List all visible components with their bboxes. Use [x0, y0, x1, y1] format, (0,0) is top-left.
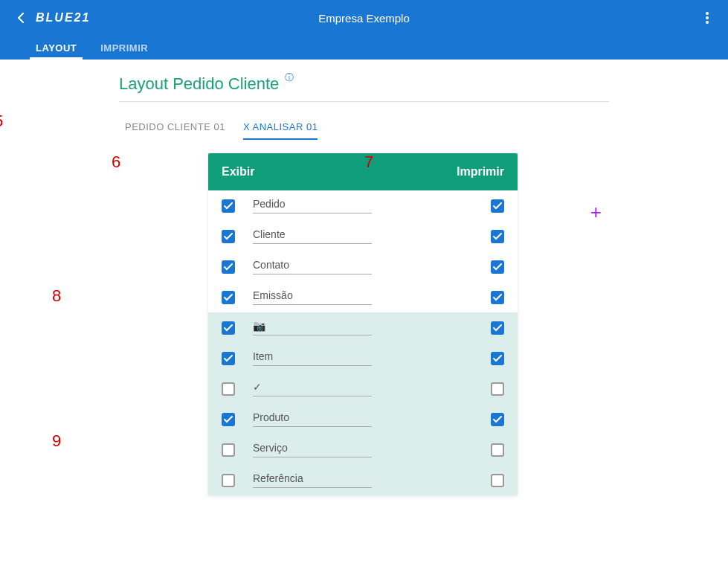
exibir-checkbox[interactable]	[222, 199, 235, 213]
field-label[interactable]: 📷	[253, 320, 372, 335]
field-label[interactable]: Cliente	[253, 228, 372, 244]
panel-header: Exibir Imprimir	[208, 153, 518, 190]
imprimir-checkbox[interactable]	[491, 352, 504, 365]
col-imprimir: Imprimir	[457, 165, 504, 179]
content: 4 5 6 7 8 9 Layout Pedido Cliente ⓘ PEDI…	[0, 60, 728, 495]
field-label[interactable]: Referência	[253, 472, 372, 488]
header-tabs: LAYOUT IMPRIMIR	[0, 36, 728, 60]
exibir-checkbox[interactable]	[222, 230, 235, 243]
field-label[interactable]: Item	[253, 350, 372, 366]
annotation-5: 5	[0, 112, 3, 131]
subtab-pedido-cliente-01[interactable]: PEDIDO CLIENTE 01	[125, 117, 225, 140]
subtabs: PEDIDO CLIENTE 01 X ANALISAR 01	[125, 117, 609, 140]
tab-layout[interactable]: LAYOUT	[24, 36, 88, 60]
exibir-checkbox[interactable]	[222, 413, 235, 426]
annotation-9: 9	[52, 431, 61, 451]
menu-button[interactable]	[698, 9, 716, 27]
svg-point-0	[706, 12, 709, 15]
annotation-6: 6	[112, 152, 120, 172]
exibir-checkbox[interactable]	[222, 321, 235, 335]
imprimir-checkbox[interactable]	[491, 230, 504, 243]
field-label[interactable]: Produto	[253, 411, 372, 427]
panel-section: 📷Item✓ProdutoServiçoReferência	[208, 312, 518, 495]
app-header: BLUE21 Empresa Exemplo LAYOUT IMPRIMIR	[0, 0, 728, 60]
field-label[interactable]: Pedido	[253, 198, 372, 213]
field-row: Item	[208, 343, 518, 373]
logo: BLUE21	[36, 11, 90, 25]
imprimir-checkbox[interactable]	[491, 443, 504, 457]
tab-imprimir[interactable]: IMPRIMIR	[88, 36, 160, 60]
field-label[interactable]: Emissão	[253, 289, 372, 305]
imprimir-checkbox[interactable]	[491, 260, 504, 274]
add-button[interactable]: +	[590, 201, 602, 224]
company-title: Empresa Exemplo	[318, 12, 410, 25]
imprimir-checkbox[interactable]	[491, 199, 504, 213]
back-button[interactable]	[12, 9, 30, 27]
exibir-checkbox[interactable]	[222, 474, 235, 487]
field-label[interactable]: Serviço	[253, 442, 372, 457]
exibir-checkbox[interactable]	[222, 382, 235, 396]
imprimir-checkbox[interactable]	[491, 321, 504, 335]
page-title-row: Layout Pedido Cliente ⓘ	[119, 74, 609, 102]
exibir-checkbox[interactable]	[222, 260, 235, 274]
field-row: 📷	[208, 312, 518, 343]
imprimir-checkbox[interactable]	[491, 382, 504, 396]
svg-point-1	[706, 16, 709, 19]
imprimir-checkbox[interactable]	[491, 291, 504, 304]
col-exibir: Exibir	[222, 165, 254, 179]
annotation-8: 8	[52, 286, 61, 306]
imprimir-checkbox[interactable]	[491, 474, 504, 487]
field-label[interactable]: Contato	[253, 259, 372, 274]
field-row: Pedido	[208, 190, 518, 221]
field-row: ✓	[208, 373, 518, 404]
field-row: Referência	[208, 465, 518, 495]
field-row: Produto	[208, 404, 518, 434]
help-icon[interactable]: ⓘ	[285, 71, 294, 84]
imprimir-checkbox[interactable]	[491, 413, 504, 426]
field-label[interactable]: ✓	[253, 381, 372, 396]
exibir-checkbox[interactable]	[222, 352, 235, 365]
field-row: Emissão	[208, 282, 518, 312]
exibir-checkbox[interactable]	[222, 291, 235, 304]
exibir-checkbox[interactable]	[222, 443, 235, 457]
field-row: Cliente	[208, 221, 518, 251]
field-row: Contato	[208, 251, 518, 282]
header-top: BLUE21 Empresa Exemplo	[0, 0, 728, 36]
field-row: Serviço	[208, 434, 518, 465]
fields-panel: Exibir Imprimir PedidoClienteContatoEmis…	[208, 153, 518, 495]
svg-point-2	[706, 21, 709, 24]
panel-section: PedidoClienteContatoEmissão	[208, 190, 518, 312]
subtab-x-analisar-01[interactable]: X ANALISAR 01	[243, 117, 318, 140]
page-title: Layout Pedido Cliente	[119, 74, 279, 94]
